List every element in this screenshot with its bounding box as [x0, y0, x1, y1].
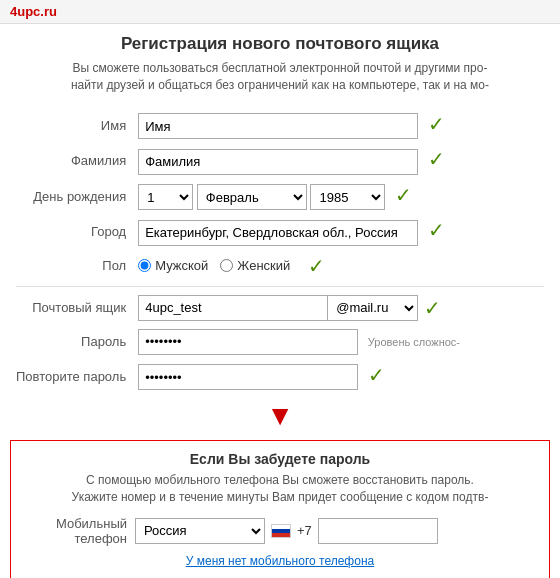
surname-input[interactable]	[138, 149, 418, 175]
password-row: Пароль Уровень сложнос-	[10, 325, 550, 359]
email-label: Почтовый ящик	[10, 291, 132, 325]
name-check-icon: ✓	[428, 113, 445, 135]
country-select[interactable]: Россия Другая страна	[135, 518, 265, 544]
surname-label: Фамилия	[10, 143, 132, 179]
email-field-cell: @mail.ru @inbox.ru @list.ru @bk.ru ✓	[132, 291, 550, 325]
gender-male-label[interactable]: Мужской	[138, 258, 208, 273]
email-name-input[interactable]	[138, 295, 328, 321]
city-row: Город ✓	[10, 214, 550, 250]
city-label: Город	[10, 214, 132, 250]
no-phone-link[interactable]: У меня нет мобильного телефона	[25, 554, 535, 568]
recovery-title: Если Вы забудете пароль	[25, 451, 535, 467]
password-input[interactable]	[138, 329, 358, 355]
gender-field-cell: Мужской Женский ✓	[132, 250, 550, 282]
name-label: Имя	[10, 108, 132, 144]
gender-female-label[interactable]: Женский	[220, 258, 290, 273]
arrow-down-area: ▼	[10, 402, 550, 430]
gender-label: Пол	[10, 250, 132, 282]
email-domain-select[interactable]: @mail.ru @inbox.ru @list.ru @bk.ru	[328, 295, 418, 321]
divider-row	[10, 282, 550, 291]
russia-flag-icon	[271, 524, 291, 538]
recovery-section: Если Вы забудете пароль С помощью мобиль…	[10, 440, 550, 578]
dob-year-select[interactable]: 1985 19841986	[310, 184, 385, 210]
password-field-cell: Уровень сложнос-	[132, 325, 550, 359]
password-label: Пароль	[10, 325, 132, 359]
gender-check-icon: ✓	[308, 254, 325, 278]
dob-field-cell: 1 2345 Январь Февраль МартАпрельМай Июнь…	[132, 179, 550, 215]
dob-month-select[interactable]: Январь Февраль МартАпрельМай ИюньИюльАвг…	[197, 184, 307, 210]
phone-row-outer: Мобильный телефон Россия Другая страна +…	[25, 516, 535, 546]
dob-check-icon: ✓	[395, 184, 412, 206]
strength-label: Уровень сложнос-	[368, 336, 460, 348]
dob-day-select[interactable]: 1 2345	[138, 184, 193, 210]
city-input[interactable]	[138, 220, 418, 246]
confirm-check-icon: ✓	[368, 364, 385, 386]
main-container: Регистрация нового почтового ящика Вы см…	[0, 24, 560, 578]
site-logo[interactable]: 4upc.ru	[10, 4, 57, 19]
gender-female-radio[interactable]	[220, 259, 233, 272]
phone-label: Мобильный телефон	[25, 516, 135, 546]
page-title: Регистрация нового почтового ящика	[10, 34, 550, 54]
city-check-icon: ✓	[428, 219, 445, 241]
gender-female-text: Женский	[237, 258, 290, 273]
recovery-desc: С помощью мобильного телефона Вы сможете…	[25, 472, 535, 506]
registration-form: Имя ✓ Фамилия ✓ День рождения 1 2345	[10, 108, 550, 395]
city-field-cell: ✓	[132, 214, 550, 250]
page-desc: Вы сможете пользоваться бесплатной элект…	[10, 60, 550, 94]
name-row: Имя ✓	[10, 108, 550, 144]
gender-area: Мужской Женский ✓	[138, 254, 544, 278]
gender-male-text: Мужской	[155, 258, 208, 273]
surname-row: Фамилия ✓	[10, 143, 550, 179]
confirm-input[interactable]	[138, 364, 358, 390]
dob-row: День рождения 1 2345 Январь Февраль Март…	[10, 179, 550, 215]
arrow-down-icon: ▼	[266, 402, 294, 430]
confirm-field-cell: ✓	[132, 359, 550, 395]
surname-field-cell: ✓	[132, 143, 550, 179]
phone-input[interactable]	[318, 518, 438, 544]
name-input[interactable]	[138, 113, 418, 139]
name-field-cell: ✓	[132, 108, 550, 144]
email-row: Почтовый ящик @mail.ru @inbox.ru @list.r…	[10, 291, 550, 325]
phone-prefix: +7	[297, 523, 312, 538]
phone-row-inner: Россия Другая страна +7	[135, 518, 438, 544]
gender-male-radio[interactable]	[138, 259, 151, 272]
confirm-row: Повторите пароль ✓	[10, 359, 550, 395]
confirm-label: Повторите пароль	[10, 359, 132, 395]
dob-label: День рождения	[10, 179, 132, 215]
top-bar: 4upc.ru	[0, 0, 560, 24]
gender-row: Пол Мужской Женский ✓	[10, 250, 550, 282]
email-check-icon: ✓	[424, 296, 441, 320]
surname-check-icon: ✓	[428, 148, 445, 170]
email-row-inner: @mail.ru @inbox.ru @list.ru @bk.ru ✓	[138, 295, 544, 321]
